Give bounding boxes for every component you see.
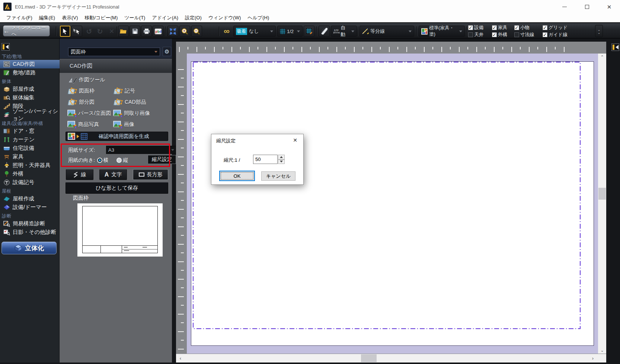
tool-product-photo[interactable]: 商品写真 bbox=[60, 119, 112, 130]
scroll-left-button[interactable]: ‹ bbox=[176, 354, 185, 363]
sidebar-collapse-button[interactable] bbox=[1, 43, 10, 51]
sidebar-item-structure-diagnosis[interactable]: 簡易構造診断 bbox=[0, 219, 60, 228]
menu-view[interactable]: 表示(V) bbox=[58, 13, 81, 22]
checkbox-furniture[interactable]: 家具 bbox=[492, 25, 514, 31]
dimension-auto-dropdown[interactable]: 123 自動 bbox=[331, 26, 357, 37]
checkbox-small-items[interactable]: 小物 bbox=[514, 25, 543, 31]
sidebar-item-house-equipment[interactable]: 住宅設備 bbox=[0, 144, 60, 152]
preset-dropdown[interactable]: 図面枠 bbox=[68, 48, 160, 56]
main-menu-button[interactable]: ← メインメニューへ bbox=[3, 25, 50, 36]
menu-tools[interactable]: ツール(T) bbox=[121, 13, 148, 22]
scroll-down-button[interactable]: ⌄ bbox=[598, 347, 606, 354]
snap-dropdown[interactable]: 吸着 なし bbox=[233, 26, 276, 37]
sidebar-item-cad-drawing[interactable]: CAD作図 bbox=[0, 60, 60, 68]
panel-settings-button[interactable]: ⚙ bbox=[163, 47, 171, 56]
drawing-frame-preview[interactable] bbox=[77, 203, 163, 257]
menu-addin[interactable]: アドイン(A) bbox=[148, 13, 182, 22]
display-style-dropdown[interactable]: 標準(家具・塗) bbox=[419, 26, 465, 37]
tool-partial-drawing[interactable]: 部分図 bbox=[60, 97, 112, 108]
menu-settings[interactable]: 設定(O) bbox=[182, 13, 205, 22]
toolbar-expand-button[interactable]: ⌄⌄ bbox=[595, 25, 603, 37]
close-button[interactable]: ✕ bbox=[600, 0, 619, 13]
save-as-template-button[interactable]: ひな形として保存 bbox=[65, 182, 168, 194]
sidebar-item-door-window[interactable]: ドア・窓 bbox=[0, 127, 60, 135]
vertical-scrollbar-thumb[interactable] bbox=[598, 188, 606, 200]
sidebar-item-structure-edit[interactable]: 躯体編集 bbox=[0, 93, 60, 102]
menu-edit[interactable]: 編集(E) bbox=[36, 13, 58, 22]
grid-settings-button[interactable] bbox=[304, 26, 314, 37]
tree-icon bbox=[3, 171, 10, 177]
maximize-button[interactable] bbox=[577, 0, 597, 13]
print-button[interactable] bbox=[141, 26, 152, 37]
menu-file[interactable]: ファイル(F) bbox=[3, 13, 36, 22]
sidebar-item-curtain[interactable]: カーテン bbox=[0, 135, 60, 144]
delete-button[interactable]: ✕ bbox=[107, 26, 116, 37]
equal-division-dropdown[interactable]: 等分線 bbox=[359, 26, 414, 37]
dialog-close-button[interactable]: ✕ bbox=[290, 136, 300, 145]
sidebar-item-roof-equipment-dormer[interactable]: 設備/ドーマー bbox=[0, 203, 60, 212]
checkbox-grid[interactable]: グリッド bbox=[543, 25, 578, 31]
sidebar-item-equipment-symbol[interactable]: 設備記号 bbox=[0, 178, 60, 187]
checkbox-dimension-lines[interactable]: 寸法線 bbox=[514, 32, 543, 38]
zoom-out-button[interactable] bbox=[191, 26, 202, 37]
scale-value-input[interactable] bbox=[253, 155, 278, 164]
scroll-right-button[interactable]: › bbox=[588, 354, 597, 363]
checkbox-equipment[interactable]: 設備 bbox=[468, 25, 492, 31]
zoom-in-button[interactable] bbox=[179, 26, 190, 37]
tool-floorplan-image[interactable]: 間取り画像 bbox=[112, 108, 172, 119]
continuous-input-button[interactable]: ∞ bbox=[221, 26, 232, 37]
tool-drawing-tools[interactable]: 作図ツール bbox=[60, 74, 112, 86]
grid-scale-dropdown[interactable]: 1/2 bbox=[277, 26, 303, 37]
tool-drawing-frame[interactable]: 図面枠 bbox=[60, 86, 112, 97]
rectangle-button[interactable]: 長方形 bbox=[133, 169, 168, 180]
tool-perspective-elevation[interactable]: パース/立面図 bbox=[60, 108, 112, 119]
maximize-icon bbox=[585, 5, 589, 9]
menu-move-copy[interactable]: 移動/コピー(M) bbox=[82, 13, 121, 22]
undo-button[interactable]: ↺ bbox=[84, 26, 94, 37]
menu-help[interactable]: ヘルプ(H) bbox=[244, 13, 272, 22]
line-button[interactable]: 線 bbox=[66, 169, 93, 180]
site-road-icon bbox=[3, 70, 10, 76]
cad-part-icon bbox=[113, 87, 123, 95]
sidebar-item-room-create[interactable]: 部屋作成 bbox=[0, 85, 60, 93]
minimize-button[interactable] bbox=[555, 0, 574, 13]
measure-tool-button[interactable] bbox=[319, 26, 330, 37]
checkbox-guide-lines[interactable]: ガイド線 bbox=[543, 32, 578, 38]
save-button[interactable] bbox=[130, 26, 140, 37]
sidebar-item-roof-create[interactable]: 屋根作成 bbox=[0, 194, 60, 203]
sidebar-item-furniture[interactable]: 家具 bbox=[0, 152, 60, 161]
convert-to-3d-button[interactable]: 立体化 bbox=[1, 242, 57, 254]
sidebar-item-site-road[interactable]: 敷地/道路 bbox=[0, 68, 60, 77]
text-button[interactable]: A 文字 bbox=[99, 169, 127, 180]
sidebar-item-shadow-diagnosis[interactable]: 日影・その他診断 bbox=[0, 228, 60, 236]
export-pdf-button[interactable]: p b d bbox=[153, 26, 163, 37]
sidebar-item-exterior[interactable]: 外構 bbox=[0, 170, 60, 178]
generate-application-drawing-button[interactable]: 確認申請用図面を生成 bbox=[65, 132, 168, 141]
vertical-scrollbar[interactable]: ⌃ ⌄ bbox=[598, 54, 606, 354]
preview-title-block bbox=[83, 245, 157, 253]
fit-view-button[interactable] bbox=[167, 26, 178, 37]
gold-bar bbox=[3, 44, 4, 49]
menu-window[interactable]: ウィンドウ(W) bbox=[205, 13, 244, 22]
horizontal-scrollbar[interactable]: ‹ › bbox=[176, 354, 606, 363]
checkbox-ceiling[interactable]: 天井 bbox=[468, 32, 492, 38]
multi-select-tool-button[interactable] bbox=[71, 26, 82, 37]
ok-button[interactable]: OK bbox=[219, 171, 255, 181]
tool-cad-parts[interactable]: CAD部品 bbox=[112, 97, 172, 108]
spinner-down-button[interactable] bbox=[278, 160, 285, 164]
select-tool-button[interactable] bbox=[60, 26, 70, 37]
drawing-canvas[interactable]: ⌃ ⌄ ‹ › bbox=[176, 42, 606, 363]
tool-image[interactable]: 画像 bbox=[112, 119, 172, 130]
sidebar-item-zone-partition[interactable]: ゾーン/パーティション bbox=[0, 110, 60, 119]
toolbar: ← メインメニューへ ↺ ↻ ✕ bbox=[0, 22, 620, 39]
right-panel-collapse-button[interactable] bbox=[611, 44, 619, 51]
horizontal-scrollbar-thumb[interactable] bbox=[361, 354, 377, 362]
scroll-up-button[interactable]: ⌃ bbox=[598, 54, 606, 60]
sidebar-item-lighting[interactable]: 照明・天井器具 bbox=[0, 161, 60, 170]
cancel-button[interactable]: キャンセル bbox=[261, 171, 295, 181]
spinner-up-button[interactable] bbox=[278, 155, 285, 160]
open-file-button[interactable] bbox=[118, 26, 129, 37]
redo-button[interactable]: ↻ bbox=[95, 26, 105, 37]
checkbox-exterior[interactable]: 外構 bbox=[492, 32, 514, 38]
tool-symbol[interactable]: 記号 bbox=[112, 86, 172, 97]
